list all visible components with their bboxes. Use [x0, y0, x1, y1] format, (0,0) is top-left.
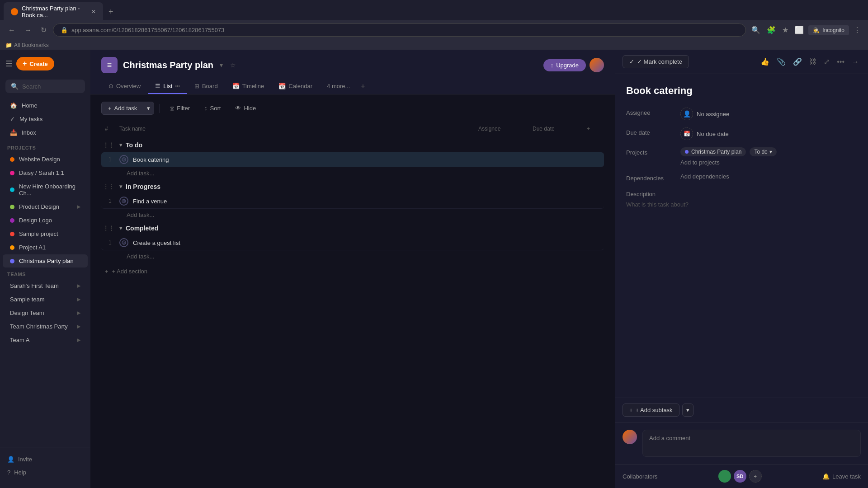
section-toggle-icon[interactable]: ▾	[119, 225, 122, 231]
sidebar-item-product-design[interactable]: Product Design ▶	[3, 200, 88, 213]
bookmark-btn[interactable]: ★	[780, 24, 790, 36]
sidebar-item-inbox[interactable]: 📥 Inbox	[3, 126, 88, 139]
assignee-value[interactable]: 👤 No assignee	[680, 108, 857, 120]
sidebar-item-new-hire[interactable]: New Hire Onboarding Ch...	[3, 180, 88, 200]
help-label: Help	[14, 469, 26, 476]
task-detail-title[interactable]: Book catering	[626, 85, 857, 97]
thumbs-up-btn[interactable]: 👍	[759, 56, 771, 68]
new-tab-button[interactable]: +	[105, 5, 117, 19]
section-toggle-icon[interactable]: ▾	[119, 183, 122, 190]
add-task-dropdown-arrow[interactable]: ▾	[143, 102, 154, 114]
attachment-btn[interactable]: 📎	[775, 56, 788, 68]
more-btn[interactable]: •••	[835, 56, 846, 68]
sidebar-item-sample-team[interactable]: Sample team ▶	[3, 293, 88, 306]
tab-close-btn[interactable]: ✕	[91, 9, 96, 15]
sidebar-item-daisy-sarah[interactable]: Daisy / Sarah 1:1	[3, 166, 88, 179]
forward-button[interactable]: →	[22, 24, 34, 36]
create-button[interactable]: + Create	[16, 57, 54, 70]
sidebar-item-sample-project[interactable]: Sample project	[3, 227, 88, 240]
check-circle-icon	[122, 240, 126, 245]
help-item[interactable]: ? Help	[0, 466, 90, 479]
sidebar-item-my-tasks[interactable]: ✓ My tasks	[3, 113, 88, 126]
tab-overview[interactable]: ⊙ Overview	[101, 79, 148, 94]
leave-task-button[interactable]: 🔔 Leave task	[822, 473, 861, 480]
task-check-1[interactable]	[119, 155, 128, 164]
close-panel-btn[interactable]: →	[850, 56, 861, 68]
tab-timeline[interactable]: 📅 Timeline	[225, 79, 272, 94]
sidebar-item-project-a1[interactable]: Project A1	[3, 241, 88, 254]
project-tabs: ⊙ Overview ☰ List ••• ⊞ Board 📅 Timeline	[101, 79, 604, 94]
task-row-2[interactable]: 1 Find a venue	[101, 194, 604, 209]
address-bar[interactable]: 🔒 app.asana.com/0/1206182861755067/12061…	[53, 23, 746, 37]
split-view-btn[interactable]: ⬜	[793, 24, 806, 36]
mark-complete-button[interactable]: ✓ ✓ Mark complete	[623, 55, 689, 68]
description-placeholder[interactable]: What is this task about?	[626, 201, 857, 208]
expand-btn[interactable]: ⤢	[822, 56, 831, 68]
mark-complete-label: ✓ Mark complete	[637, 58, 682, 65]
sidebar-item-christmas-party[interactable]: Christmas Party plan	[3, 254, 88, 267]
task-toolbar: + Add task ▾ ⧖ Filter ↕ Sort 👁 Hide	[101, 102, 604, 115]
menu-btn[interactable]: ⋮	[852, 24, 863, 36]
add-task-inline-todo[interactable]: Add task...	[101, 167, 604, 179]
add-dependencies-link[interactable]: Add dependencies	[680, 173, 729, 180]
projects-section-title: Projects	[0, 141, 90, 152]
section-title-completed: Completed	[126, 225, 158, 232]
copy-link-btn[interactable]: ⛓	[807, 56, 818, 68]
active-tab[interactable]: Christmas Party plan - Book ca... ✕	[4, 2, 103, 21]
search-bar[interactable]: 🔍 Search	[5, 80, 85, 93]
invite-item[interactable]: 👤 Invite	[0, 453, 90, 466]
section-header-todo[interactable]: ⋮⋮ ▾ To do	[101, 138, 604, 152]
tab-list[interactable]: ☰ List •••	[148, 79, 187, 94]
sort-button[interactable]: ↕ Sort	[200, 102, 225, 114]
reload-button[interactable]: ↻	[38, 24, 49, 36]
project-pill[interactable]: Christmas Party plan	[680, 147, 746, 156]
upgrade-button[interactable]: ↑ Upgrade	[543, 59, 586, 71]
sidebar-item-website-design[interactable]: Website Design	[3, 153, 88, 166]
tab-board[interactable]: ⊞ Board	[187, 79, 225, 94]
comment-input[interactable]: Add a comment	[642, 430, 861, 457]
task-check-3[interactable]	[119, 238, 128, 247]
filter-button[interactable]: ⧖ Filter	[165, 102, 194, 115]
tab-more[interactable]: 4 more...	[320, 79, 357, 94]
sidebar-item-team-a[interactable]: Team A ▶	[3, 333, 88, 347]
section-toggle-icon[interactable]: ▾	[119, 142, 122, 148]
bell-icon: 🔔	[822, 473, 830, 480]
task-num: 1	[105, 198, 119, 204]
hamburger-button[interactable]: ☰	[5, 59, 13, 69]
sidebar-item-design-team[interactable]: Design Team ▶	[3, 306, 88, 319]
sidebar-header: ☰ + Create	[0, 53, 90, 78]
right-panel: ✓ ✓ Mark complete 👍 📎 🔗 ⛓ ⤢ ••• → Book c…	[615, 50, 868, 488]
user-avatar[interactable]	[590, 58, 604, 72]
link-btn[interactable]: 🔗	[791, 56, 804, 68]
sidebar-item-home[interactable]: 🏠 Home	[3, 99, 88, 112]
tab-calendar[interactable]: 📆 Calendar	[271, 79, 320, 94]
add-col-btn[interactable]: +	[587, 126, 600, 132]
add-task-inline-completed[interactable]: Add task...	[101, 250, 604, 263]
extensions-btn[interactable]: 🧩	[765, 24, 778, 36]
section-header-in-progress[interactable]: ⋮⋮ ▾ In Progress	[101, 179, 604, 194]
status-pill[interactable]: To do ▾	[750, 147, 776, 156]
sidebar-item-team-christmas-party[interactable]: Team Christmas Party ▶	[3, 320, 88, 333]
section-header-completed[interactable]: ⋮⋮ ▾ Completed	[101, 221, 604, 235]
project-title-dropdown[interactable]: ▾	[219, 61, 224, 70]
sidebar-item-design-logo[interactable]: Design Logo	[3, 214, 88, 227]
add-tab-button[interactable]: +	[357, 79, 368, 94]
task-row-3[interactable]: 1 Create a guest list	[101, 235, 604, 250]
add-to-projects-link[interactable]: Add to projects	[680, 159, 777, 166]
add-subtask-group: + + Add subtask ▾	[623, 404, 861, 417]
lock-icon: 🔒	[61, 27, 68, 33]
project-favorite-btn[interactable]: ☆	[229, 61, 237, 70]
add-task-inline-in-progress[interactable]: Add task...	[101, 209, 604, 221]
back-button[interactable]: ←	[5, 24, 18, 36]
add-subtask-button[interactable]: + + Add subtask	[623, 404, 679, 417]
task-check-2[interactable]	[119, 197, 128, 206]
task-row-1[interactable]: 1 Book catering	[101, 152, 604, 167]
due-date-value[interactable]: 📅 No due date	[680, 127, 857, 140]
search-btn[interactable]: 🔍	[750, 24, 762, 36]
add-task-button[interactable]: + Add task	[102, 102, 143, 114]
add-subtask-dropdown[interactable]: ▾	[682, 404, 693, 417]
add-section-row[interactable]: + + Add section	[101, 263, 604, 280]
tab-title: Christmas Party plan - Book ca...	[22, 5, 86, 19]
sidebar-item-sarahs-first-team[interactable]: Sarah's First Team ▶	[3, 279, 88, 292]
hide-button[interactable]: 👁 Hide	[231, 102, 260, 114]
